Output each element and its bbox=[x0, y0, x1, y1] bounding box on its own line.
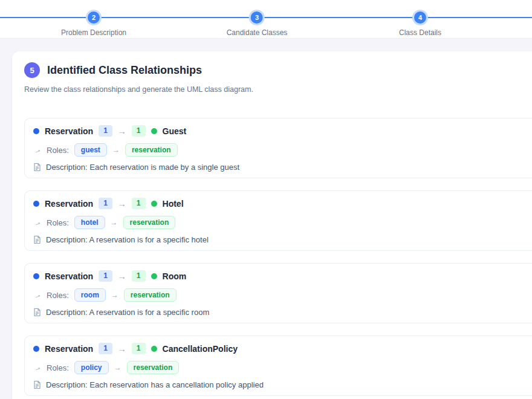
target-role-badge: reservation bbox=[127, 361, 180, 374]
roles-label: Roles: bbox=[47, 146, 69, 155]
source-class-dot-icon bbox=[33, 128, 39, 134]
relationship-roles-row: → Roles: policy → reservation bbox=[33, 360, 532, 375]
roles-label: Roles: bbox=[47, 363, 69, 372]
target-class-name: Guest bbox=[163, 126, 187, 136]
source-multiplicity-badge: 1 bbox=[99, 270, 112, 281]
source-class-dot-icon bbox=[33, 346, 39, 352]
target-multiplicity-badge: 1 bbox=[132, 125, 146, 136]
relationship-card: Reservation 1 → 1 CancellationPolicy → R… bbox=[24, 336, 532, 396]
source-class-dot-icon bbox=[33, 201, 39, 207]
step-circle-3[interactable]: 3 bbox=[251, 11, 263, 24]
arrow-right-icon: → bbox=[111, 291, 118, 299]
document-icon bbox=[33, 235, 41, 244]
relationship-header: Reservation 1 → 1 Room bbox=[33, 270, 532, 282]
relationship-description-row: Description: Each reservation has a canc… bbox=[33, 380, 532, 390]
source-multiplicity-badge: 1 bbox=[99, 343, 112, 354]
relationship-description: Description: Each reservation has a canc… bbox=[46, 380, 264, 389]
roles-arrow-icon: → bbox=[31, 289, 43, 300]
source-multiplicity-badge: 1 bbox=[99, 198, 112, 209]
relationship-roles-row: → Roles: hotel → reservation bbox=[33, 215, 532, 230]
step-circle-2[interactable]: 2 bbox=[88, 11, 100, 24]
class-relationships-panel: 5 Identified Class Relationships Review … bbox=[12, 51, 532, 399]
roles-label: Roles: bbox=[47, 291, 69, 300]
arrow-right-icon: → bbox=[118, 126, 126, 136]
target-class-dot-icon bbox=[151, 273, 157, 279]
source-class-name: Reservation bbox=[45, 344, 93, 354]
arrow-right-icon: → bbox=[114, 363, 122, 372]
target-class-name: Hotel bbox=[163, 199, 184, 209]
target-multiplicity-badge: 1 bbox=[132, 343, 146, 354]
source-role-badge: hotel bbox=[74, 216, 105, 229]
source-class-name: Reservation bbox=[45, 199, 93, 209]
source-multiplicity-badge: 1 bbox=[99, 125, 112, 136]
arrow-right-icon: → bbox=[118, 271, 126, 281]
relationship-list: Reservation 1 → 1 Guest → Roles: guest →… bbox=[24, 118, 532, 396]
relationship-card: Reservation 1 → 1 Room → Roles: room → r… bbox=[24, 263, 532, 323]
arrow-right-icon: → bbox=[118, 199, 126, 209]
source-role-badge: policy bbox=[74, 361, 109, 374]
target-multiplicity-badge: 1 bbox=[132, 270, 146, 281]
roles-arrow-icon: → bbox=[31, 144, 43, 155]
target-class-name: Room bbox=[163, 271, 187, 281]
relationship-card: Reservation 1 → 1 Hotel → Roles: hotel →… bbox=[24, 190, 532, 251]
relationship-description: Description: A reservation is for a spec… bbox=[46, 235, 209, 244]
source-role-badge: guest bbox=[74, 143, 107, 157]
roles-arrow-icon: → bbox=[31, 216, 43, 228]
relationship-roles-row: → Roles: guest → reservation bbox=[33, 143, 532, 157]
step-circle-4[interactable]: 4 bbox=[414, 11, 426, 24]
step-label-class-details: Class Details bbox=[399, 28, 441, 37]
relationship-header: Reservation 1 → 1 Guest bbox=[33, 125, 532, 137]
target-class-dot-icon bbox=[151, 346, 157, 352]
step-candidate-classes: 3 Candidate Classes bbox=[227, 0, 288, 37]
source-class-name: Reservation bbox=[45, 126, 93, 136]
target-class-dot-icon bbox=[151, 201, 157, 207]
relationship-description: Description: Each reservation is made by… bbox=[46, 163, 239, 172]
wizard-stepper: 2 Problem Description 3 Candidate Classe… bbox=[0, 0, 532, 39]
step-problem-description: 2 Problem Description bbox=[61, 0, 126, 37]
page-title: Identified Class Relationships bbox=[47, 64, 202, 77]
relationship-description: Description: A reservation is for a spec… bbox=[46, 308, 209, 317]
target-class-name: CancellationPolicy bbox=[163, 344, 238, 354]
step-class-details: 4 Class Details bbox=[399, 0, 441, 37]
target-role-badge: reservation bbox=[125, 143, 178, 157]
relationship-header: Reservation 1 → 1 CancellationPolicy bbox=[33, 343, 532, 354]
step-label-problem-description: Problem Description bbox=[61, 28, 126, 37]
document-icon bbox=[33, 380, 41, 389]
document-icon bbox=[33, 163, 41, 172]
panel-subtitle: Review the class relationships and gener… bbox=[24, 85, 532, 94]
target-role-badge: reservation bbox=[123, 216, 176, 229]
arrow-right-icon: → bbox=[111, 218, 118, 227]
relationship-description-row: Description: A reservation is for a spec… bbox=[33, 307, 532, 317]
source-class-name: Reservation bbox=[45, 271, 93, 281]
relationship-roles-row: → Roles: room → reservation bbox=[33, 288, 532, 302]
panel-header: 5 Identified Class Relationships bbox=[24, 62, 532, 78]
roles-arrow-icon: → bbox=[31, 362, 43, 373]
relationship-header: Reservation 1 → 1 Hotel bbox=[33, 198, 532, 209]
step-label-candidate-classes: Candidate Classes bbox=[227, 28, 288, 37]
relationship-card: Reservation 1 → 1 Guest → Roles: guest →… bbox=[24, 118, 532, 178]
target-class-dot-icon bbox=[151, 128, 157, 134]
target-role-badge: reservation bbox=[124, 288, 177, 302]
relationship-description-row: Description: Each reservation is made by… bbox=[33, 162, 532, 172]
arrow-right-icon: → bbox=[118, 344, 126, 354]
relationship-description-row: Description: A reservation is for a spec… bbox=[33, 235, 532, 245]
step-number-badge: 5 bbox=[24, 62, 40, 78]
roles-label: Roles: bbox=[47, 218, 69, 227]
arrow-right-icon: → bbox=[112, 146, 120, 154]
document-icon bbox=[33, 308, 41, 317]
source-role-badge: room bbox=[74, 288, 106, 302]
source-class-dot-icon bbox=[33, 273, 39, 279]
target-multiplicity-badge: 1 bbox=[132, 198, 146, 209]
